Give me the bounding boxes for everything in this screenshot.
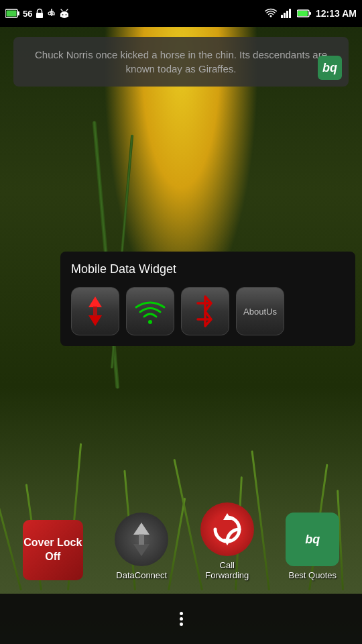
status-left-icons: 56 xyxy=(5,7,70,19)
widget-icon-row: AboutUs xyxy=(71,287,345,335)
mobile-data-widget: Mobile Data Widget xyxy=(60,252,355,346)
widget-title: Mobile Data Widget xyxy=(71,262,345,276)
call-forwarding-icon[interactable] xyxy=(200,502,254,556)
svg-point-25 xyxy=(148,320,152,324)
data-connect-arrows-icon xyxy=(125,521,158,557)
best-quotes-app[interactable]: bq Best Quotes xyxy=(286,513,339,580)
wifi-toggle-button[interactable] xyxy=(126,287,174,335)
menu-dot-3 xyxy=(180,623,183,626)
svg-point-10 xyxy=(62,14,64,15)
bottom-app-icons: Cover Lock Off DataConnect xyxy=(0,502,362,580)
svg-rect-17 xyxy=(286,11,288,18)
battery-charging-icon xyxy=(5,7,20,19)
wifi-widget-icon xyxy=(133,297,167,326)
wifi-status-icon xyxy=(265,8,277,19)
battery-status-icon xyxy=(297,9,312,18)
status-right-icons: 12:13 AM xyxy=(265,8,357,19)
usb-icon xyxy=(47,8,56,19)
notification-text: Chuck Norris once kicked a horse in the … xyxy=(24,48,338,76)
menu-dot-2 xyxy=(180,617,183,621)
notification-widget: Chuck Norris once kicked a horse in the … xyxy=(13,37,349,87)
svg-rect-20 xyxy=(309,12,311,15)
best-quotes-label: Best Quotes xyxy=(288,570,337,580)
about-us-button[interactable]: AboutUs xyxy=(236,287,284,335)
bluetooth-widget-icon xyxy=(192,294,218,329)
menu-button[interactable] xyxy=(180,612,183,626)
notification-logo: bq xyxy=(318,56,342,80)
status-time: 12:13 AM xyxy=(316,8,357,19)
cover-lock-text: Cover Lock Off xyxy=(23,536,82,564)
call-forwarding-arrows-icon xyxy=(210,512,245,547)
cover-lock-icon[interactable]: Cover Lock Off xyxy=(23,520,83,580)
menu-dot-1 xyxy=(180,612,183,615)
navigation-bar xyxy=(0,594,362,644)
data-arrows-icon xyxy=(83,295,107,327)
svg-rect-29 xyxy=(139,535,144,545)
best-quotes-logo: bq xyxy=(305,533,320,547)
svg-rect-7 xyxy=(52,13,54,15)
svg-line-12 xyxy=(61,9,62,11)
svg-marker-22 xyxy=(88,297,102,307)
svg-line-13 xyxy=(66,9,68,11)
svg-rect-16 xyxy=(284,13,286,18)
data-connect-label: DataConnect xyxy=(116,570,167,580)
svg-rect-9 xyxy=(60,13,68,17)
svg-marker-26 xyxy=(133,523,149,535)
svg-rect-15 xyxy=(281,15,283,18)
svg-rect-21 xyxy=(298,11,308,16)
call-forwarding-app[interactable]: Call Forwarding xyxy=(200,502,254,580)
android-icon xyxy=(59,8,70,19)
call-forwarding-label: Call Forwarding xyxy=(205,560,249,580)
svg-rect-2 xyxy=(7,11,17,17)
svg-marker-23 xyxy=(88,315,102,326)
notification-count: 56 xyxy=(23,9,32,19)
svg-rect-24 xyxy=(93,307,97,316)
svg-point-14 xyxy=(270,15,272,17)
data-connect-app[interactable]: DataConnect xyxy=(115,513,168,580)
bluetooth-toggle-button[interactable] xyxy=(181,287,229,335)
bq-logo-text: bq xyxy=(322,61,337,75)
signal-icon xyxy=(281,8,293,19)
svg-rect-3 xyxy=(36,13,43,18)
status-bar: 56 xyxy=(0,0,362,27)
svg-rect-1 xyxy=(17,11,19,15)
svg-point-11 xyxy=(66,14,67,15)
svg-marker-28 xyxy=(133,544,149,556)
data-connect-icon[interactable] xyxy=(115,513,168,566)
svg-rect-18 xyxy=(289,9,291,18)
about-us-label: AboutUs xyxy=(243,307,277,317)
best-quotes-icon[interactable]: bq xyxy=(286,513,339,566)
svg-point-6 xyxy=(48,12,51,15)
lock-icon xyxy=(35,8,44,19)
cover-lock-app[interactable]: Cover Lock Off xyxy=(23,520,83,580)
data-toggle-button[interactable] xyxy=(71,287,119,335)
